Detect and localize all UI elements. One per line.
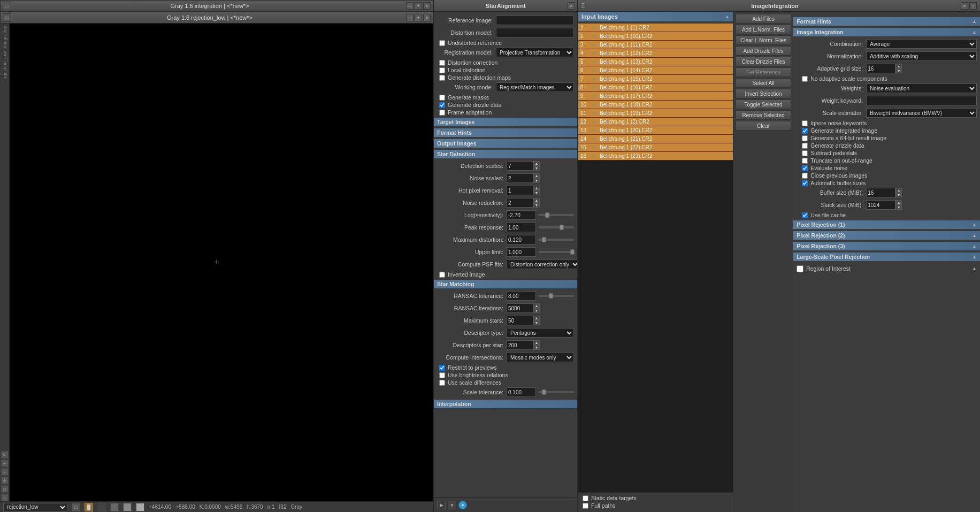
working-mode-select[interactable]: Register/Match Images [496, 82, 574, 92]
large-scale-pixel-rejection-section[interactable]: Large-Scale Pixel Rejection ▲ [793, 253, 980, 261]
stack-size-up[interactable]: ▲ [895, 200, 902, 205]
region-of-interest-checkbox[interactable] [797, 265, 803, 272]
scale-estimator-select[interactable]: Biweight midvariance (BMWV) [866, 108, 977, 118]
palette-btn-3[interactable] [123, 503, 132, 511]
buffer-size-up[interactable]: ▲ [895, 188, 902, 193]
generate-distortion-maps-checkbox[interactable] [439, 75, 445, 81]
pixel-rejection-2-section[interactable]: Pixel Rejection (2) ▲ [793, 231, 980, 240]
subtract-pedestals-checkbox[interactable] [802, 150, 808, 156]
image-integration-section[interactable]: Image Integration ▲ [793, 28, 980, 36]
pixel-rejection-1-collapse[interactable]: ▲ [972, 222, 977, 227]
max-distortion-input[interactable] [507, 235, 536, 244]
generate-masks-checkbox[interactable] [439, 95, 445, 101]
weight-keyword-input[interactable] [866, 96, 977, 105]
file-item[interactable]: 6 ✓ Belichtung 1 (14).CR2 [578, 66, 733, 75]
adaptive-grid-size-down[interactable]: ▼ [895, 68, 902, 73]
add-drizzle-files-button[interactable]: Add Drizzle Files [736, 46, 791, 56]
restrict-to-previews-checkbox[interactable] [439, 365, 445, 371]
clear-lnorm-files-button[interactable]: Clear L.Norm. Files [736, 35, 791, 45]
registration-model-select[interactable]: Projective Transformation [496, 48, 574, 57]
tool-circle[interactable]: ○ [1, 494, 9, 501]
sa-toolbar-btn-2[interactable]: ■ [448, 501, 456, 509]
add-lnorm-files-button[interactable]: Add L.Norm. Files [736, 25, 791, 34]
input-images-collapse[interactable]: ▲ [725, 14, 730, 19]
normalization-select[interactable]: Additive with scaling [866, 51, 977, 61]
format-hints-section[interactable]: Format Hints [434, 128, 577, 137]
frame-adaptation-checkbox[interactable] [439, 110, 445, 116]
file-item[interactable]: 13 ✓ Belichtung 1 (20).CR2 [578, 126, 733, 135]
stack-size-down[interactable]: ▼ [895, 205, 902, 210]
maximum-stars-up[interactable]: ▲ [533, 316, 540, 320]
weights-select[interactable]: Noise evaluation [866, 83, 977, 93]
file-item[interactable]: 16 ✓ Belichtung 1 (23).CR2 [578, 152, 733, 161]
format-hints-collapse[interactable]: ▲ [972, 19, 977, 24]
detection-scales-down[interactable]: ▼ [533, 166, 540, 171]
descriptors-per-star-down[interactable]: ▼ [533, 345, 540, 350]
undistorted-reference-checkbox[interactable] [439, 40, 445, 46]
palette-btn-4[interactable] [136, 503, 144, 511]
ii-minimize-btn[interactable]: × [961, 2, 968, 10]
generate-integrated-image-checkbox[interactable] [802, 128, 808, 134]
tool-arrow[interactable]: ↖ [1, 451, 9, 458]
generate-64bit-checkbox[interactable] [802, 135, 808, 141]
ransac-iterations-down[interactable]: ▼ [533, 308, 540, 313]
reference-image-input[interactable] [496, 16, 574, 25]
buffer-size-down[interactable]: ▼ [895, 193, 902, 197]
hot-pixel-removal-up[interactable]: ▲ [533, 186, 540, 190]
file-item[interactable]: 15 ✓ Belichtung 1 (22).CR2 [578, 143, 733, 152]
ransac-tolerance-input[interactable] [507, 291, 536, 301]
close-btn[interactable]: × [423, 2, 431, 10]
pixel-rejection-1-section[interactable]: Pixel Rejection (1) ▲ [793, 220, 980, 229]
truncate-out-of-range-checkbox[interactable] [802, 158, 808, 164]
roi-collapse[interactable]: ▲ [972, 266, 977, 271]
file-item[interactable]: 11 ✓ Belichtung 1 (19).CR2 [578, 109, 733, 118]
histogram-btn[interactable]: █ [85, 503, 93, 511]
file-item[interactable]: 1 ✓ Belichtung 1 (1).CR2 [578, 24, 733, 32]
log-sensitivity-input[interactable] [507, 210, 536, 220]
file-item[interactable]: 5 ✓ Belichtung 1 (13).CR2 [578, 58, 733, 66]
close-previous-images-checkbox[interactable] [802, 173, 808, 179]
view-selector[interactable]: rejection_low [3, 503, 67, 511]
no-adaptive-scale-checkbox[interactable] [802, 76, 808, 82]
sa-toolbar-btn-1[interactable]: ▶ [437, 501, 446, 509]
target-images-section[interactable]: Target Images [434, 118, 577, 126]
noise-scales-input[interactable] [507, 173, 533, 183]
adaptive-grid-size-up[interactable]: ▲ [895, 64, 902, 68]
local-distortion-checkbox[interactable] [439, 67, 445, 73]
descriptors-per-star-up[interactable]: ▲ [533, 340, 540, 345]
ignore-noise-keywords-checkbox[interactable] [802, 120, 808, 126]
input-images-header[interactable]: Input Images ▲ [578, 12, 733, 21]
file-item[interactable]: 8 ✓ Belichtung 1 (16).CR2 [578, 83, 733, 92]
compute-psf-fits-select[interactable]: Distortion correction only [507, 259, 577, 269]
full-paths-checkbox[interactable] [583, 503, 588, 509]
scale-tolerance-input[interactable] [507, 387, 536, 397]
star-matching-section[interactable]: Star Matching [434, 280, 577, 288]
clear-button[interactable]: Clear [736, 121, 791, 131]
descriptor-type-select[interactable]: Pentagons [507, 328, 574, 338]
add-files-button[interactable]: Add Files [736, 14, 791, 24]
noise-scales-down[interactable]: ▼ [533, 178, 540, 183]
output-images-section[interactable]: Output Images [434, 139, 577, 148]
file-item[interactable]: 12 ✓ Belichtung 1 (2).CR2 [578, 118, 733, 126]
generate-drizzle-data-checkbox[interactable] [439, 102, 445, 108]
max-distortion-slider[interactable] [538, 239, 574, 241]
ransac-tolerance-slider[interactable] [538, 295, 574, 297]
sa-toolbar-btn-3[interactable]: ● [458, 501, 467, 509]
log-sensitivity-slider[interactable] [538, 214, 574, 216]
noise-scales-up[interactable]: ▲ [533, 173, 540, 178]
integration-window-controls[interactable]: — + × [406, 2, 431, 10]
tool-select[interactable]: □ [1, 485, 9, 493]
rejection-window-controls[interactable]: — + × [406, 14, 431, 21]
rejection-minimize-btn[interactable]: — [406, 14, 414, 21]
maximum-stars-down[interactable]: ▼ [533, 320, 540, 325]
hot-pixel-removal-down[interactable]: ▼ [533, 190, 540, 195]
noise-reduction-down[interactable]: ▼ [533, 203, 540, 208]
ii-window-controls[interactable]: × ↑ [961, 2, 977, 10]
static-data-targets-checkbox[interactable] [583, 495, 588, 501]
star-alignment-close[interactable]: × [568, 2, 575, 10]
evaluate-noise-checkbox[interactable] [802, 165, 808, 171]
format-hints-ii-section[interactable]: Format Hints ▲ [793, 17, 980, 26]
toggle-selected-button[interactable]: Toggle Selected [736, 100, 791, 109]
peak-response-slider[interactable] [538, 226, 574, 228]
automatic-buffer-sizes-checkbox[interactable] [802, 180, 808, 186]
